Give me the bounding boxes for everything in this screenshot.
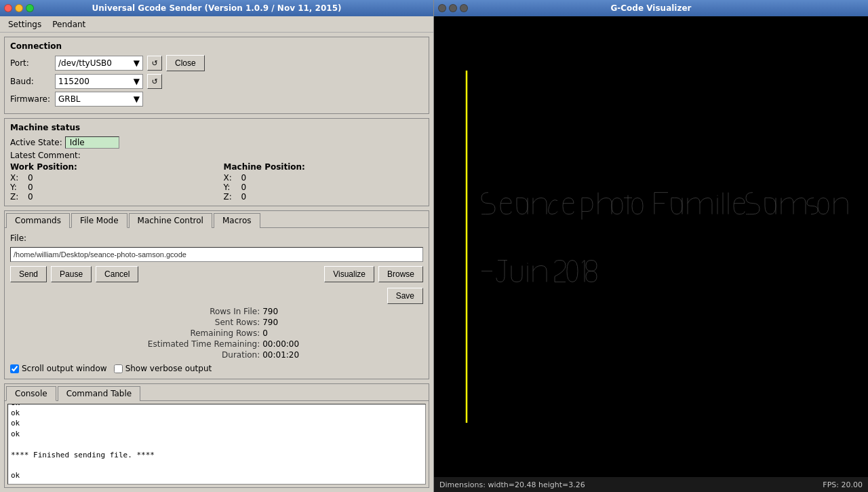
verbose-output-item: Show verbose output [114,364,212,373]
file-mode-content: File: Send Pause Cancel Visualize Browse… [5,228,429,379]
verbose-output-checkbox[interactable] [114,364,123,373]
work-y-label: Y: [10,183,24,192]
active-state-row: Active State: Idle [10,136,423,149]
tab-machine-control[interactable]: Machine Control [129,213,212,228]
machine-position-col: Machine Position: X: 0 Y: 0 Z: 0 [224,162,424,202]
file-row: File: [10,233,423,243]
scroll-output-checkbox[interactable] [10,364,19,373]
machine-x-label: X: [224,173,237,183]
sent-rows-label: Sent Rows: [24,318,260,327]
active-state-value: Idle [65,136,119,149]
tab-console[interactable]: Console [6,386,56,401]
pause-button[interactable]: Pause [51,266,92,282]
machine-y-label: Y: [224,183,237,192]
firmware-label: Firmware: [10,94,51,104]
baud-select[interactable]: 115200 ▼ [55,74,143,89]
tab-file-mode[interactable]: File Mode [71,213,127,228]
close-window-btn[interactable] [4,4,12,12]
info-grid: Rows In File: 790 Sent Rows: 790 Remaini… [10,307,423,360]
viz-status-bar: Dimensions: width=20.48 height=3.26 FPS:… [434,477,868,492]
viz-canvas[interactable] [434,16,868,477]
tab-bar: Commands File Mode Machine Control Macro… [5,211,429,228]
machine-status-title: Machine status [10,123,423,132]
port-value: /dev/ttyUSB0 [58,58,112,68]
tab-macros[interactable]: Macros [214,213,260,228]
cancel-button[interactable]: Cancel [96,266,138,282]
baud-arrow-icon: ▼ [134,77,140,86]
tab-commands[interactable]: Commands [6,213,70,228]
main-content: Connection Port: /dev/ttyUSB0 ▼ ↺ Close … [0,33,433,492]
work-x-value: 0 [28,173,33,183]
firmware-value: GRBL [58,94,81,104]
checkbox-row: Scroll output window Show verbose output [10,364,423,373]
window-title: Universal Gcode Sender (Version 1.0.9 / … [92,3,342,13]
viz-title-bar: G-Code Visualizer [434,0,868,16]
viz-fps: FPS: 20.00 [823,480,863,489]
estimated-time-label: Estimated Time Remaining: [24,339,260,349]
refresh-port-button[interactable]: ↺ [147,56,162,71]
refresh-baud-icon[interactable]: ↺ [147,74,162,89]
console-output[interactable]: >>> G1X0.046Y0.0864ok>>> G1X0.0414Y0.081… [7,404,426,485]
console-panel: Console Command Table >>> G1X0.046Y0.086… [4,383,429,488]
machine-y-row: Y: 0 [224,183,424,192]
connection-box: Connection Port: /dev/ttyUSB0 ▼ ↺ Close … [4,37,429,114]
connection-title: Connection [10,41,423,51]
position-grid: Work Position: X: 0 Y: 0 Z: 0 Mach [10,162,423,202]
work-x-row: X: 0 [10,173,210,183]
remaining-rows-value: 0 [262,328,423,338]
viz-minimize-btn[interactable] [449,4,457,12]
work-y-row: Y: 0 [10,183,210,192]
port-label: Port: [10,58,51,68]
port-arrow-icon: ▼ [134,58,140,68]
viz-dimensions: Dimensions: width=20.48 height=3.26 [439,480,585,489]
scroll-output-label: Scroll output window [22,364,107,373]
title-bar: Universal Gcode Sender (Version 1.0.9 / … [0,0,433,16]
work-y-value: 0 [28,183,33,192]
tab-command-table[interactable]: Command Table [58,386,141,401]
firmware-select[interactable]: GRBL ▼ [55,92,143,107]
menu-pendant[interactable]: Pendant [47,18,91,31]
viz-window-controls [438,4,468,12]
machine-z-row: Z: 0 [224,192,424,202]
file-path-input[interactable] [10,247,423,262]
menu-bar: Settings Pendant [0,16,433,33]
duration-label: Duration: [24,350,260,360]
port-select[interactable]: /dev/ttyUSB0 ▼ [55,56,143,71]
visualize-button[interactable]: Visualize [324,266,374,282]
machine-x-row: X: 0 [224,173,424,183]
scroll-output-item: Scroll output window [10,364,107,373]
port-row: Port: /dev/ttyUSB0 ▼ ↺ Close [10,55,423,71]
latest-comment-row: Latest Comment: [10,151,423,160]
active-state-label: Active State: [10,138,62,147]
browse-button[interactable]: Browse [378,266,423,282]
minimize-window-btn[interactable] [15,4,23,12]
machine-y-value: 0 [241,183,247,192]
latest-comment-label: Latest Comment: [10,151,81,160]
action-row: Send Pause Cancel Visualize Browse [10,266,423,282]
console-tab-bar: Console Command Table [5,384,429,401]
viz-maximize-btn[interactable] [460,4,468,12]
estimated-time-value: 00:00:00 [262,339,423,349]
send-button[interactable]: Send [10,266,47,282]
right-panel: G-Code Visualizer [434,0,868,492]
menu-settings[interactable]: Settings [3,18,47,31]
rows-in-file-value: 790 [262,307,423,316]
tabs-panel: Commands File Mode Machine Control Macro… [4,210,429,379]
work-position-col: Work Position: X: 0 Y: 0 Z: 0 [10,162,210,202]
rows-in-file-label: Rows In File: [24,307,260,316]
file-label: File: [10,233,26,243]
machine-x-value: 0 [241,173,247,183]
work-x-label: X: [10,173,24,183]
remaining-rows-label: Remaining Rows: [24,328,260,338]
sent-rows-value: 790 [262,318,423,327]
left-panel: Universal Gcode Sender (Version 1.0.9 / … [0,0,434,492]
close-button[interactable]: Close [166,55,205,71]
firmware-arrow-icon: ▼ [134,94,140,104]
baud-value: 115200 [58,77,90,86]
baud-label: Baud: [10,77,51,86]
save-button[interactable]: Save [387,288,423,304]
maximize-window-btn[interactable] [26,4,34,12]
viz-close-btn[interactable] [438,4,446,12]
machine-z-label: Z: [224,192,237,202]
machine-position-label: Machine Position: [224,162,424,172]
